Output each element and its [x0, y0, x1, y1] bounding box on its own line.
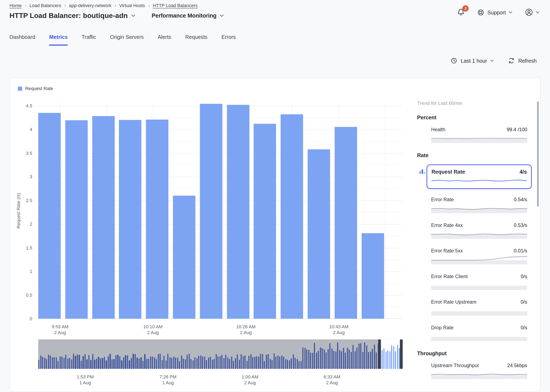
- metric-health[interactable]: Health99.4 /100: [417, 127, 535, 143]
- view-selector-dropdown[interactable]: Performance Monitoring: [152, 13, 224, 19]
- overview-bar: [241, 354, 242, 369]
- breadcrumb-separator: ›: [64, 3, 66, 8]
- overview-brush-chart[interactable]: [38, 339, 403, 369]
- request-rate-bar[interactable]: [65, 120, 88, 319]
- metric-value: 0/s: [521, 299, 527, 305]
- tick-time: 9:53 AM: [44, 324, 76, 330]
- overview-bar: [356, 348, 358, 369]
- tab-errors[interactable]: Errors: [221, 34, 236, 46]
- metric-body: Error Rate0.54/s: [431, 197, 527, 213]
- overview-bar: [139, 358, 140, 369]
- tab-metrics[interactable]: Metrics: [49, 34, 68, 46]
- tab-origin-servers[interactable]: Origin Servers: [110, 34, 144, 46]
- metric-error-rate[interactable]: Error Rate0.54/s: [417, 197, 535, 213]
- request-rate-bar[interactable]: [227, 105, 249, 319]
- notification-badge: 2: [462, 5, 469, 12]
- overview-bar: [179, 361, 180, 369]
- metric-error-rate-5xx[interactable]: Error Rate 5xx0.01/s: [417, 248, 535, 264]
- metric-value: 0/s: [521, 273, 527, 279]
- overview-bar: [59, 357, 60, 369]
- time-range-selector[interactable]: Last 1 hour: [451, 57, 494, 64]
- overview-bar: [73, 354, 74, 369]
- metric-error-rate-client[interactable]: Error Rate Client0/s: [417, 273, 535, 290]
- breadcrumb-item-http-load-balancers[interactable]: HTTP Load Balancers: [153, 3, 197, 8]
- app-root: Home›Load Balancers›app-delivery-network…: [0, 0, 550, 392]
- overview-bar: [274, 354, 275, 369]
- brush-handle-left[interactable]: [378, 339, 381, 369]
- overview-bar: [168, 354, 169, 369]
- overview-bar: [92, 354, 93, 369]
- tab-traffic[interactable]: Traffic: [82, 34, 96, 46]
- overview-bar: [339, 350, 340, 369]
- request-rate-bar[interactable]: [308, 149, 330, 319]
- request-rate-bar[interactable]: [146, 119, 168, 319]
- request-rate-bar[interactable]: [361, 233, 384, 319]
- request-rate-bar[interactable]: [200, 104, 222, 319]
- support-menu[interactable]: Support: [477, 8, 513, 16]
- request-rate-bar[interactable]: [92, 116, 114, 319]
- tab-alerts[interactable]: Alerts: [158, 34, 171, 46]
- metric-label-row: Error Rate Upstream0/s: [431, 299, 527, 305]
- overview-bar: [48, 355, 49, 369]
- sidebar-scrollbar-thumb[interactable]: [537, 101, 539, 206]
- refresh-button[interactable]: Refresh: [508, 57, 537, 64]
- metric-error-rate-4xx[interactable]: Error Rate 4xx0.53/s: [417, 222, 535, 239]
- request-rate-bar[interactable]: [254, 124, 276, 319]
- metric-body: Error Rate Client0/s: [431, 273, 527, 290]
- overview-bar: [229, 359, 230, 369]
- overview-bar: [42, 357, 43, 369]
- tick-date: 2 Aug: [323, 329, 354, 336]
- overview-bar: [108, 356, 109, 369]
- overview-tick-label: 7:26 PM1 Aug: [152, 374, 184, 386]
- request-rate-bar[interactable]: [119, 120, 141, 319]
- metric-label-row: Upstream Throughput24.5kbps: [431, 363, 527, 368]
- overview-bar: [148, 358, 149, 369]
- request-rate-bar[interactable]: [173, 196, 195, 319]
- request-rate-bar[interactable]: [281, 114, 303, 319]
- overview-bar: [262, 354, 263, 369]
- overview-bar: [347, 348, 348, 369]
- request-rate-bar[interactable]: [334, 127, 357, 319]
- metric-error-rate-upstream[interactable]: Error Rate Upstream0/s: [417, 299, 535, 315]
- overview-bar: [119, 356, 120, 369]
- overview-bar: [187, 355, 188, 369]
- notifications-button[interactable]: 2: [457, 8, 465, 16]
- metric-drop-rate[interactable]: Drop Rate0/s: [417, 325, 535, 341]
- x-tick-label: 9:53 AM2 Aug: [44, 324, 76, 336]
- x-tick-label: 10:26 AM2 Aug: [230, 324, 262, 336]
- overview-bar: [173, 357, 174, 369]
- tab-dashboard[interactable]: Dashboard: [9, 34, 35, 46]
- metric-value: 0.54/s: [514, 197, 527, 202]
- request-rate-bar-chart: [38, 102, 402, 319]
- overview-bar: [127, 356, 128, 369]
- metric-upstream-throughput[interactable]: Upstream Throughput24.5kbps: [417, 363, 535, 379]
- request-rate-bar[interactable]: [38, 113, 61, 319]
- sparkline: [431, 230, 527, 239]
- chart-legend-item[interactable]: Request Rate: [18, 86, 53, 91]
- metric-request-rate[interactable]: Request Rate4/s: [417, 164, 535, 189]
- overview-bar: [381, 350, 382, 369]
- tick-date: 2 Aug: [44, 329, 76, 336]
- overview-bar: [63, 358, 64, 369]
- overview-bar: [351, 352, 352, 369]
- overview-bar: [389, 351, 390, 369]
- overview-bar: [225, 355, 226, 369]
- overview-bar: [283, 357, 284, 369]
- title-chevron-down-icon[interactable]: [131, 14, 135, 17]
- overview-bar: [291, 358, 292, 369]
- overview-bar: [250, 354, 252, 369]
- breadcrumb-item-home[interactable]: Home: [9, 3, 21, 8]
- overview-bar: [100, 358, 101, 369]
- brush-handle-right[interactable]: [400, 339, 403, 369]
- tab-requests[interactable]: Requests: [185, 34, 207, 46]
- overview-bar: [206, 360, 207, 369]
- account-menu[interactable]: [524, 8, 540, 17]
- overview-bar: [156, 359, 157, 369]
- overview-bar: [227, 358, 228, 369]
- overview-bar: [189, 354, 190, 369]
- overview-bar: [297, 359, 298, 369]
- sparkline: [431, 255, 527, 265]
- y-tick-label: 0.5: [26, 292, 32, 298]
- breadcrumb-item-load-balancers: Load Balancers: [29, 3, 61, 8]
- trend-sidebar: Trend for Last 60min PercentHealth99.4 /…: [417, 100, 535, 388]
